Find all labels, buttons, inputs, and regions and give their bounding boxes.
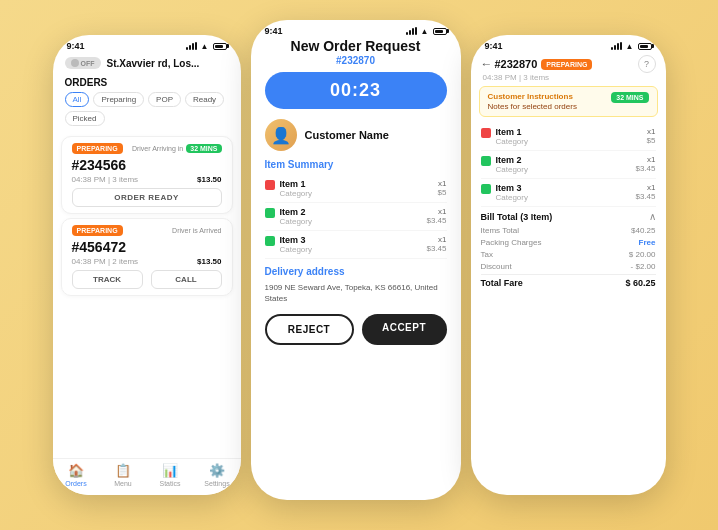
filter-tab-ready[interactable]: Ready xyxy=(185,92,224,107)
phone-left: 9:41 ▲ OFF St.Xavvier rd, Los... ORDERS xyxy=(53,35,241,495)
order-price-2: $13.50 xyxy=(197,257,221,266)
bill-row-packing: Packing Charges Free xyxy=(481,238,656,247)
status-icons-right: ▲ xyxy=(611,42,652,51)
right-item-name-1: Item 1 xyxy=(496,127,528,137)
right-item-right-1: x1 $5 xyxy=(647,127,656,145)
right-item-cat-2: Category xyxy=(496,165,528,174)
center-item-2: Item 2 Category x1 $3.45 xyxy=(265,203,447,231)
item-qty-2: x1 xyxy=(426,207,446,216)
badge-mins-1: 32 MINS xyxy=(186,144,221,153)
driver-text-1: Driver Arriving in xyxy=(132,145,183,152)
menu-icon: 📋 xyxy=(115,463,131,478)
location-text: St.Xavvier rd, Los... xyxy=(107,58,200,69)
right-item-right-3: x1 $3.45 xyxy=(635,183,655,201)
order-id-2: #456472 xyxy=(72,239,222,255)
item-price-2: $3.45 xyxy=(426,216,446,225)
battery-icon-right xyxy=(638,43,652,50)
item-summary-title: Item Summary xyxy=(265,159,447,170)
customer-row: 👤 Customer Name xyxy=(265,119,447,151)
right-item-price-3: $3.45 xyxy=(635,192,655,201)
item-qty-3: x1 xyxy=(426,235,446,244)
filter-tab-all[interactable]: All xyxy=(65,92,90,107)
order-card-header-1: PREPARING Driver Arriving in 32 MINS xyxy=(72,143,222,154)
status-bar-left: 9:41 ▲ xyxy=(53,35,241,53)
track-button[interactable]: TRACK xyxy=(72,270,143,289)
right-item-price-2: $3.45 xyxy=(635,164,655,173)
right-mins-badge: 32 MINS xyxy=(611,92,648,103)
order-meta-2: 04:38 PM | 2 items $13.50 xyxy=(72,257,222,266)
bill-row-discount: Discount - $2.00 xyxy=(481,262,656,271)
back-arrow[interactable]: ← xyxy=(481,57,493,71)
signal-icon-center xyxy=(406,27,417,35)
item-price-3: $3.45 xyxy=(426,244,446,253)
item-left-3: Item 3 Category xyxy=(265,235,312,254)
signal-icon-left xyxy=(186,42,197,50)
nav-settings[interactable]: ⚙️ Settings xyxy=(194,463,241,487)
right-item-left-3: Item 3 Category xyxy=(481,183,528,202)
call-button[interactable]: CALL xyxy=(151,270,222,289)
nav-orders-label: Orders xyxy=(65,480,86,487)
statics-icon: 📊 xyxy=(162,463,178,478)
nav-settings-label: Settings xyxy=(204,480,229,487)
reject-button[interactable]: REJECT xyxy=(265,314,354,345)
item-qty-1: x1 xyxy=(438,179,447,188)
bill-total-label: Total Fare xyxy=(481,278,523,288)
filter-tab-preparing[interactable]: Preparing xyxy=(93,92,144,107)
order-ready-btn-1[interactable]: ORDER READY xyxy=(72,188,222,207)
right-item-right-2: x1 $3.45 xyxy=(635,155,655,173)
right-item-qty-2: x1 xyxy=(635,155,655,164)
item-right-2: x1 $3.45 xyxy=(426,207,446,225)
help-icon[interactable]: ? xyxy=(638,55,656,73)
bill-title: Bill Total (3 Item) xyxy=(481,212,553,222)
nav-statics[interactable]: 📊 Statics xyxy=(147,463,194,487)
filter-tab-pop[interactable]: POP xyxy=(148,92,181,107)
bill-row-total: Total Fare $ 60.25 xyxy=(481,274,656,288)
phone-right: 9:41 ▲ ← #232870 PREPARING ? 04:38 PM | … xyxy=(471,35,666,495)
chevron-up-icon[interactable]: ∧ xyxy=(649,211,656,222)
bill-row-items-total: Items Total $40.25 xyxy=(481,226,656,235)
wifi-icon-center: ▲ xyxy=(421,27,429,36)
right-item-price-1: $5 xyxy=(647,136,656,145)
accept-button[interactable]: ACCEPT xyxy=(362,314,447,345)
toggle-off[interactable]: OFF xyxy=(65,57,101,69)
badge-preparing-1: PREPARING xyxy=(72,143,123,154)
order-num-center: #232870 xyxy=(265,55,447,66)
right-item-cat-1: Category xyxy=(496,137,528,146)
right-item-left-1: Item 1 Category xyxy=(481,127,528,146)
right-item-2: Item 2 Category x1 $3.45 xyxy=(481,151,656,179)
item-icon-1 xyxy=(265,180,275,190)
battery-icon-center xyxy=(433,28,447,35)
item-left-2: Item 2 Category xyxy=(265,207,312,226)
bill-row-tax: Tax $ 20.00 xyxy=(481,250,656,259)
settings-icon: ⚙️ xyxy=(209,463,225,478)
bill-label-items-total: Items Total xyxy=(481,226,520,235)
center-item-3: Item 3 Category x1 $3.45 xyxy=(265,231,447,259)
order-card-header-2: PREPARING Driver is Arrived xyxy=(72,225,222,236)
item-cat-3: Category xyxy=(280,245,312,254)
right-order-num: #232870 xyxy=(495,58,538,70)
right-item-icon-2 xyxy=(481,156,491,166)
item-price-1: $5 xyxy=(438,188,447,197)
ci-text: Notes for selected orders xyxy=(488,102,649,111)
item-icon-3 xyxy=(265,236,275,246)
customer-name: Customer Name xyxy=(305,129,389,141)
nav-orders[interactable]: 🏠 Orders xyxy=(53,463,100,487)
battery-icon-left xyxy=(213,43,227,50)
delivery-address: 1909 NE Seward Ave, Topeka, KS 66616, Un… xyxy=(265,282,447,304)
left-header: OFF St.Xavvier rd, Los... xyxy=(53,53,241,75)
right-item-name-2: Item 2 xyxy=(496,155,528,165)
driver-text-2: Driver is Arrived xyxy=(172,227,221,234)
status-bar-center: 9:41 ▲ xyxy=(251,20,461,38)
toggle-label: OFF xyxy=(81,60,95,67)
right-item-cat-3: Category xyxy=(496,193,528,202)
center-content: New Order Request #232870 00:23 👤 Custom… xyxy=(251,38,461,359)
toggle-dot xyxy=(71,59,79,67)
filter-tab-picked[interactable]: Picked xyxy=(65,111,105,126)
bill-label-tax: Tax xyxy=(481,250,493,259)
item-right-3: x1 $3.45 xyxy=(426,235,446,253)
nav-statics-label: Statics xyxy=(159,480,180,487)
order-price-1: $13.50 xyxy=(197,175,221,184)
nav-menu[interactable]: 📋 Menu xyxy=(100,463,147,487)
right-item-left-2: Item 2 Category xyxy=(481,155,528,174)
center-item-1: Item 1 Category x1 $5 xyxy=(265,175,447,203)
